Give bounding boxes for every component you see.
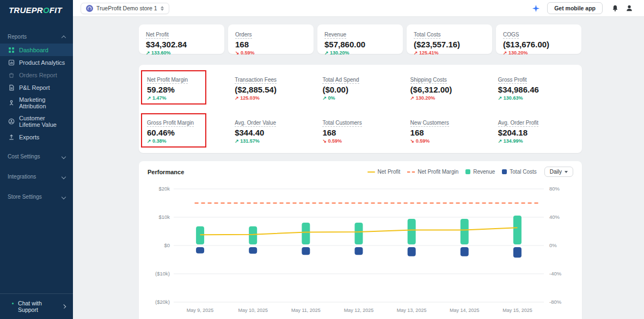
y-axis-left-tick: $20k <box>158 186 170 192</box>
legend-label: Net Profit <box>378 169 401 175</box>
sidebar-item-label: P&L Report <box>19 84 50 91</box>
metric-value: ($23,557.16) <box>414 40 485 49</box>
legend-item-revenue[interactable]: Revenue <box>465 169 495 175</box>
sidebar-section-integrations[interactable]: Integrations <box>0 170 73 183</box>
metric-cell-total-ad-spend[interactable]: Total Ad Spend ($0.00) ↗ 0% <box>316 70 382 105</box>
revenue-bar[interactable] <box>355 223 363 244</box>
metric-cell-wrap: Gross Profit Margin 60.46% ↗ 0.38% <box>141 113 229 148</box>
revenue-bar[interactable] <box>249 226 257 244</box>
store-selector[interactable]: TrueProfit Demo store 1 <box>81 3 169 14</box>
trend-up-arrow-icon: ↗ <box>410 95 415 101</box>
total-costs-bar[interactable] <box>355 247 363 255</box>
trend-up-arrow-icon: ↗ <box>322 95 327 101</box>
legend-item-total-costs[interactable]: Total Costs <box>502 169 536 175</box>
metric-cell-wrap: Gross Profit $34,986.46 ↗ 130.63% <box>492 70 580 105</box>
get-mobile-app-button[interactable]: Get mobile app <box>547 2 603 14</box>
trend-up-arrow-icon: ↗ <box>498 95 502 101</box>
sidebar-item-customer-lifetime-value[interactable]: Customer Lifetime Value <box>0 112 73 131</box>
sidebar: TRUEPROFIT Reports Dashboard Product Ana… <box>0 0 73 319</box>
revenue-bar[interactable] <box>196 226 204 244</box>
highlighted-metric-cell-net-profit-margin[interactable]: Net Profit Margin 59.28% ↗ 1.47% <box>141 70 206 105</box>
total-costs-bar[interactable] <box>408 247 416 256</box>
x-axis-tick: May 14, 2025 <box>450 308 480 313</box>
legend-item-net-profit-margin[interactable]: Net Profit Margin <box>407 169 458 175</box>
interval-dropdown[interactable]: Daily <box>544 167 573 177</box>
sidebar-section-cost-settings[interactable]: Cost Settings <box>0 150 73 163</box>
metric-cell-shipping-costs[interactable]: Shipping Costs ($6,312.00) ↗ 130.20% <box>404 70 470 105</box>
x-axis-tick: May 10, 2025 <box>238 308 268 313</box>
sidebar-section-label: Reports <box>8 34 27 40</box>
total-costs-bar[interactable] <box>196 247 204 254</box>
chat-with-support-button[interactable]: Chat with Support <box>0 293 73 319</box>
trend-up-arrow-icon: ↗ <box>147 95 151 101</box>
legend-label: Revenue <box>473 169 495 175</box>
main-column: TrueProfit Demo store 1 Get mobile app N… <box>73 0 644 319</box>
metric-cell-new-customers[interactable]: New Customers 168 ↘ 0.59% <box>404 113 470 148</box>
legend-dashed-swatch <box>407 171 415 173</box>
y-axis-right-tick: -40% <box>549 271 562 277</box>
chart-header: Performance Net ProfitNet Profit MarginR… <box>148 167 573 177</box>
metric-value: $204.18 <box>498 128 551 137</box>
metric-cell-avg-order-value[interactable]: Avg. Order Value $344.40 ↗ 131.57% <box>229 113 294 148</box>
chat-with-support-label: Chat with Support <box>18 300 54 313</box>
metric-card-total-costs[interactable]: Total Costs ($23,557.16) ↗ 125.41% <box>407 24 492 54</box>
sidebar-section-store-settings[interactable]: Store Settings <box>0 190 73 204</box>
chart-plot-area: $20k80%$10k40%$00%($10k)-40%($20k)-80%Ma… <box>148 182 573 319</box>
notifications-bell-icon[interactable] <box>608 1 622 15</box>
metric-value: ($13,676.00) <box>503 40 574 49</box>
sidebar-item-p-l-report[interactable]: P&L Report <box>0 81 73 94</box>
metric-label: Total Ad Spend <box>322 77 359 84</box>
dashboard-main: Net Profit $34,302.84 ↗ 133.60%Orders 16… <box>73 17 644 319</box>
sidebar-item-product-analytics[interactable]: Product Analytics <box>0 56 73 69</box>
total-costs-bar[interactable] <box>249 247 257 254</box>
total-costs-bar[interactable] <box>461 247 469 256</box>
metric-card-orders[interactable]: Orders 168 ↘ 0.59% <box>228 24 314 54</box>
x-axis-tick: May 12, 2025 <box>344 308 374 313</box>
metric-cards-row: Net Profit $34,302.84 ↗ 133.60%Orders 16… <box>139 24 582 54</box>
metric-card-cogs[interactable]: COGS ($13,676.00) ↗ 130.20% <box>496 24 581 54</box>
metric-value: 168 <box>322 128 376 137</box>
metric-delta-value: 130.20% <box>330 50 349 56</box>
legend-item-net-profit[interactable]: Net Profit <box>367 169 401 175</box>
chart-legend: Net ProfitNet Profit MarginRevenueTotal … <box>367 169 537 175</box>
trend-up-arrow-icon: ↗ <box>147 138 151 144</box>
sidebar-section-reports[interactable]: Reports <box>0 30 73 44</box>
trend-up-arrow-icon: ↗ <box>503 50 507 56</box>
account-icon[interactable] <box>622 1 636 15</box>
metric-card-net-profit[interactable]: Net Profit $34,302.84 ↗ 133.60% <box>139 24 224 54</box>
chart-title: Performance <box>148 169 184 175</box>
highlighted-metric-cell-gross-profit-margin[interactable]: Gross Profit Margin 60.46% ↗ 0.38% <box>141 113 206 148</box>
metric-cell-gross-profit[interactable]: Gross Profit $34,986.46 ↗ 130.63% <box>492 70 557 105</box>
metric-label: COGS <box>503 32 519 39</box>
sidebar-item-label: Marketing Attribution <box>19 96 65 109</box>
sparkle-icon[interactable] <box>529 1 543 15</box>
sidebar-item-dashboard[interactable]: Dashboard <box>0 44 73 56</box>
metric-delta: ↗ 1.47% <box>147 95 200 101</box>
metric-delta: ↗ 0.38% <box>147 138 200 144</box>
metric-cell-wrap: Transaction Fees ($2,885.54) ↗ 125.03% <box>229 70 316 105</box>
metric-label: Avg. Order Value <box>235 120 276 127</box>
revenue-bar[interactable] <box>302 223 310 244</box>
performance-chart-svg: $20k80%$10k40%$00%($10k)-40%($20k)-80%Ma… <box>148 182 573 319</box>
sidebar-section-label: Cost Settings <box>8 154 40 160</box>
metric-card-revenue[interactable]: Revenue $57,860.00 ↗ 130.20% <box>317 24 403 54</box>
revenue-bar[interactable] <box>513 216 522 244</box>
x-axis-tick: May 11, 2025 <box>291 308 321 313</box>
total-costs-bar[interactable] <box>302 247 310 255</box>
chevron-down-icon <box>565 171 568 173</box>
y-axis-right-tick: 80% <box>549 186 560 192</box>
metric-label: Revenue <box>324 32 346 39</box>
total-costs-bar[interactable] <box>513 247 522 257</box>
sidebar-item-exports[interactable]: Exports <box>0 131 73 143</box>
metric-cell-wrap: Shipping Costs ($6,312.00) ↗ 130.20% <box>404 70 492 105</box>
metric-delta: ↗ 130.63% <box>498 95 551 101</box>
metric-delta-value: 125.41% <box>419 50 439 56</box>
sidebar-item-marketing-attribution[interactable]: Marketing Attribution <box>0 94 73 112</box>
metric-delta-value: 134.99% <box>504 138 523 144</box>
metric-cell-transaction-fees[interactable]: Transaction Fees ($2,885.54) ↗ 125.03% <box>229 70 294 105</box>
revenue-bar[interactable] <box>461 219 469 244</box>
metric-cell-avg-order-profit[interactable]: Avg. Order Profit $204.18 ↗ 134.99% <box>492 113 557 148</box>
revenue-bar[interactable] <box>408 219 416 244</box>
metric-cell-total-customers[interactable]: Total Customers 168 ↘ 0.59% <box>316 113 382 148</box>
sidebar-item-orders-report[interactable]: Orders Report <box>0 69 73 81</box>
